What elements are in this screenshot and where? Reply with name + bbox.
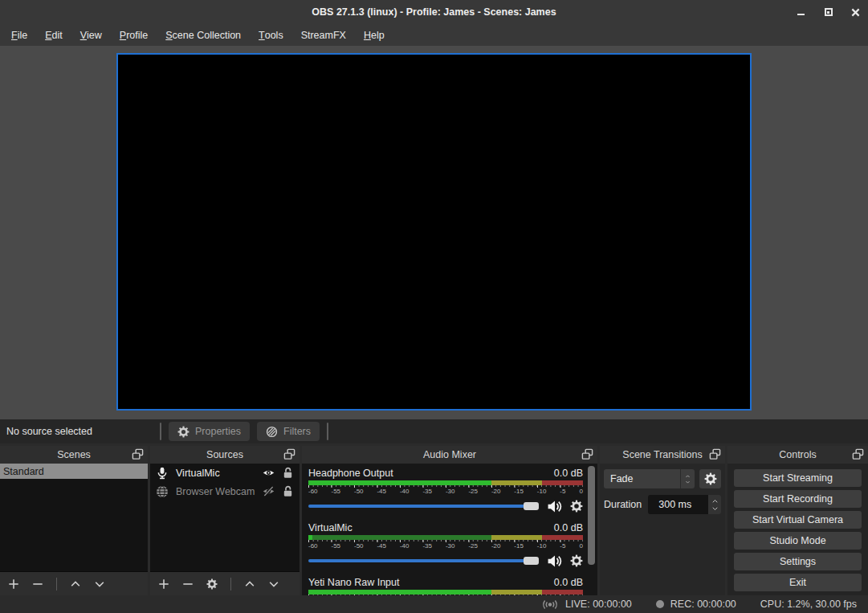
menu-view[interactable]: View (71, 24, 111, 46)
cpu-fps-stats: CPU: 1.2%, 30.00 fps (760, 599, 857, 610)
meter-scale-tick: -45 (377, 542, 386, 550)
exit-button[interactable]: Exit (734, 574, 862, 591)
volume-slider[interactable] (308, 559, 539, 562)
properties-button[interactable]: Properties (169, 422, 250, 441)
close-button[interactable] (851, 8, 860, 17)
scenes-panel: Scenes Standard (0, 446, 148, 595)
scenes-panel-title: Scenes (57, 449, 91, 460)
menu-profile[interactable]: Profile (111, 24, 157, 46)
remove-scene-button[interactable] (32, 578, 43, 590)
studio-mode-button[interactable]: Studio Mode (734, 532, 862, 550)
minimize-icon (797, 14, 805, 15)
audio-mixer-content: Headphone Output 0.0 dB -60-55-50-45-40-… (302, 464, 597, 595)
scene-transitions-title: Scene Transitions (622, 449, 702, 460)
mixer-scrollbar[interactable] (588, 466, 595, 593)
lock-open-icon[interactable] (282, 485, 294, 497)
mixer-scrollbar-thumb[interactable] (588, 466, 595, 565)
mixer-channel-headphone-output: Headphone Output 0.0 dB -60-55-50-45-40-… (308, 466, 583, 514)
minimize-button[interactable] (797, 8, 805, 17)
move-scene-up-button[interactable] (70, 578, 81, 590)
visibility-eye-icon[interactable] (263, 467, 275, 479)
mixer-channel-virtualmic: VirtualMic 0.0 dB -60-55-50-45-40-35-30-… (308, 521, 583, 569)
filter-icon (266, 426, 278, 438)
meter-scale-tick: -35 (422, 542, 432, 550)
source-row-virtualmic[interactable]: VirtualMic (150, 464, 300, 482)
gear-icon (704, 472, 717, 485)
duration-spinbox[interactable]: 300 ms (648, 495, 721, 514)
menu-help[interactable]: Help (355, 24, 393, 46)
start-virtual-camera-button[interactable]: Start Virtual Camera (734, 511, 862, 529)
chevron-down-icon (684, 480, 691, 484)
chevron-up-icon (711, 498, 719, 505)
menu-edit[interactable]: Edit (36, 24, 71, 46)
channel-settings-gear-icon[interactable] (570, 554, 583, 567)
filters-button[interactable]: Filters (257, 422, 320, 441)
controls-panel-header: Controls (727, 446, 868, 464)
dock-icon (709, 448, 721, 460)
volume-meter (308, 590, 583, 595)
menu-streamfx[interactable]: StreamFX (292, 24, 355, 46)
microphone-icon (156, 467, 169, 480)
meter-scale-tick: -20 (491, 542, 501, 550)
live-time: LIVE: 00:00:00 (565, 599, 632, 610)
remove-source-button[interactable] (182, 578, 194, 590)
source-properties-button[interactable] (206, 578, 218, 590)
meter-scale-tick: -55 (331, 488, 340, 496)
audio-mixer-header: Audio Mixer (302, 446, 597, 464)
settings-button[interactable]: Settings (734, 553, 862, 570)
add-source-button[interactable] (158, 578, 169, 590)
speaker-mute-button[interactable] (547, 500, 562, 513)
audio-mixer-panel: Audio Mixer Headphone Output 0.0 dB -60-… (302, 446, 597, 595)
rec-time: REC: 00:00:00 (670, 599, 736, 610)
sources-panel: Sources VirtualMic Browser Webcam (150, 446, 300, 595)
meter-scale-tick: -60 (308, 488, 318, 496)
transition-selected-value: Fade (604, 469, 680, 488)
volume-slider-handle[interactable] (524, 557, 539, 565)
meter-scale-tick: -25 (468, 542, 478, 550)
meter-scale-tick: -20 (491, 488, 501, 496)
combo-spinner[interactable] (680, 469, 695, 488)
meter-scale-tick: -15 (514, 488, 524, 496)
transition-select[interactable]: Fade (604, 469, 695, 488)
toolbar-separator (160, 423, 161, 440)
move-scene-down-button[interactable] (94, 578, 105, 590)
start-recording-button[interactable]: Start Recording (734, 490, 862, 508)
speaker-mute-button[interactable] (547, 554, 562, 568)
dock-icon (132, 448, 144, 460)
transition-properties-button[interactable] (699, 469, 721, 488)
meter-scale-tick: -10 (537, 542, 547, 550)
duration-stepper[interactable] (708, 495, 721, 514)
source-row-browser-webcam[interactable]: Browser Webcam (150, 482, 300, 501)
scenes-toolbar (0, 571, 148, 595)
scene-item-standard[interactable]: Standard (0, 464, 148, 479)
dock-area: Scenes Standard Sources VirtualMic (0, 443, 868, 595)
volume-slider-handle[interactable] (524, 502, 539, 510)
meter-scale-tick: -50 (354, 542, 364, 550)
window-title: OBS 27.1.3 (linux) - Profile: James - Sc… (312, 6, 556, 18)
channel-volume-db: 0.0 dB (554, 577, 583, 588)
menu-tools[interactable]: Tools (250, 24, 292, 46)
menu-scene-collection[interactable]: Scene Collection (157, 24, 250, 46)
controls-panel: Controls Start Streaming Start Recording… (727, 446, 868, 595)
lock-open-icon[interactable] (282, 467, 294, 479)
menu-file[interactable]: File (2, 24, 36, 46)
gear-icon (177, 426, 189, 438)
start-streaming-button[interactable]: Start Streaming (734, 469, 862, 487)
move-source-down-button[interactable] (268, 578, 279, 590)
dock-icon (852, 448, 864, 460)
maximize-button[interactable] (824, 8, 833, 17)
preview-area (0, 46, 868, 419)
preview-canvas[interactable] (116, 53, 752, 411)
channel-volume-db: 0.0 dB (554, 468, 583, 479)
meter-scale-tick: 0 (579, 488, 582, 496)
meter-scale-tick: -60 (308, 542, 318, 550)
meter-scale-tick: -30 (446, 488, 455, 496)
channel-settings-gear-icon[interactable] (570, 500, 583, 513)
duration-value[interactable]: 300 ms (648, 495, 708, 514)
visibility-eye-off-icon[interactable] (263, 485, 275, 497)
move-source-up-button[interactable] (244, 578, 255, 590)
add-scene-button[interactable] (8, 578, 19, 590)
volume-slider[interactable] (308, 505, 539, 508)
dock-icon (581, 448, 593, 460)
channel-volume-db: 0.0 dB (554, 522, 583, 533)
